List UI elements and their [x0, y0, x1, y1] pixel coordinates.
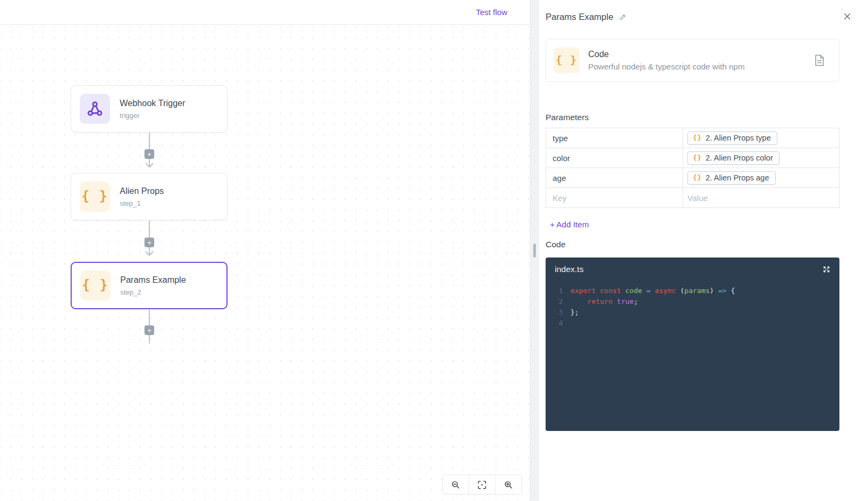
- arrow-down-icon: [145, 163, 154, 168]
- code-line: 2 return true;: [546, 296, 839, 307]
- flow-canvas[interactable]: Webhook Trigger trigger + { } Alien Prop…: [0, 25, 530, 501]
- zoom-out-icon: [450, 479, 461, 490]
- parameters-table: type {} 2. Alien Props type color {} 2. …: [546, 128, 839, 208]
- close-panel-button[interactable]: [843, 12, 852, 21]
- node-subtitle: step_2: [120, 288, 186, 296]
- canvas-zoom-controls: [442, 475, 522, 495]
- test-flow-button[interactable]: Test flow: [476, 8, 507, 17]
- block-title: Code: [588, 50, 805, 59]
- node-title: Webhook Trigger: [120, 99, 185, 108]
- add-step-button[interactable]: +: [144, 149, 154, 159]
- block-subtitle: Powerful nodejs & typescript code with n…: [588, 62, 805, 71]
- panel-resize-gutter: [530, 0, 539, 501]
- node-params-example[interactable]: { } Params Example step_2: [71, 262, 228, 309]
- braces-icon: {}: [693, 154, 701, 162]
- code-line: 4: [546, 318, 839, 329]
- fit-view-icon: [477, 479, 487, 490]
- code-heading: Code: [546, 240, 566, 249]
- parameter-row: age {} 2. Alien Props age: [546, 168, 839, 188]
- parameter-value-chip[interactable]: {} 2. Alien Props type: [687, 131, 777, 145]
- code-editor[interactable]: index.ts 1export const code = async (par…: [546, 258, 839, 431]
- braces-icon: { }: [80, 182, 110, 212]
- parameter-row: color {} 2. Alien Props color: [546, 148, 839, 168]
- node-title: Alien Props: [120, 186, 164, 196]
- new-key-input[interactable]: [553, 193, 676, 203]
- pencil-icon[interactable]: [619, 13, 627, 21]
- zoom-in-icon: [503, 479, 514, 490]
- add-step-button[interactable]: +: [144, 325, 154, 335]
- node-subtitle: step_1: [120, 199, 164, 207]
- parameter-value-chip[interactable]: {} 2. Alien Props age: [687, 171, 775, 185]
- parameters-heading: Parameters: [546, 113, 589, 122]
- panel-resize-handle[interactable]: [533, 243, 536, 258]
- arrow-down-icon: [145, 251, 154, 256]
- code-lines[interactable]: 1export const code = async (params) => {…: [546, 275, 839, 329]
- webhook-icon: [80, 94, 110, 124]
- zoom-out-button[interactable]: [443, 475, 469, 494]
- parameter-value-chip[interactable]: {} 2. Alien Props color: [687, 151, 779, 165]
- braces-icon: {}: [693, 174, 701, 182]
- fit-view-button[interactable]: [469, 475, 495, 494]
- canvas-topbar: Test flow: [0, 0, 530, 25]
- braces-icon: { }: [80, 270, 111, 301]
- step-config-panel: Params Example { } Code Powerful nodejs …: [539, 0, 868, 501]
- code-line: 1export const code = async (params) => {: [546, 286, 839, 296]
- expand-icon: [822, 265, 831, 274]
- code-line: 3};: [546, 307, 839, 318]
- node-subtitle: trigger: [120, 112, 185, 120]
- zoom-in-button[interactable]: [495, 475, 521, 494]
- parameter-key[interactable]: age: [546, 168, 683, 188]
- parameter-row: type {} 2. Alien Props type: [546, 128, 839, 148]
- code-filename: index.ts: [555, 265, 583, 274]
- braces-icon: { }: [554, 47, 580, 73]
- node-webhook-trigger[interactable]: Webhook Trigger trigger: [71, 85, 228, 133]
- app: Test flow Webhook Trigger t: [0, 0, 868, 501]
- flow-canvas-pane: Test flow Webhook Trigger t: [0, 0, 530, 501]
- braces-icon: {}: [693, 134, 701, 142]
- new-value-input[interactable]: [687, 193, 831, 203]
- parameter-row-new: [546, 188, 839, 208]
- add-step-button[interactable]: +: [144, 238, 154, 247]
- node-alien-props[interactable]: { } Alien Props step_1: [71, 173, 228, 220]
- add-item-button[interactable]: + Add Item: [550, 220, 589, 229]
- close-icon: [843, 12, 852, 21]
- panel-title: Params Example: [546, 12, 614, 22]
- block-info-card: { } Code Powerful nodejs & typescript co…: [546, 39, 839, 82]
- parameter-key[interactable]: type: [546, 128, 683, 148]
- expand-editor-button[interactable]: [821, 264, 832, 275]
- document-icon[interactable]: [814, 54, 825, 66]
- node-title: Params Example: [120, 275, 186, 285]
- parameter-key[interactable]: color: [546, 148, 683, 168]
